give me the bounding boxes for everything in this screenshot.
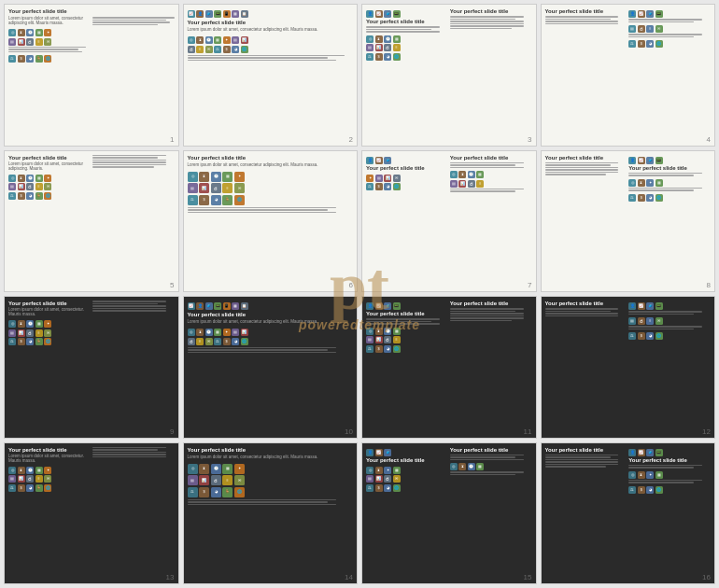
icon: 🧳 — [384, 157, 391, 164]
icon: 📈 — [638, 157, 645, 164]
icon: 👤 — [196, 302, 204, 310]
icon: ⚖ — [188, 487, 198, 497]
icon: 🧳 — [646, 10, 654, 18]
icon: ▤ — [8, 38, 16, 46]
slide-8-num: 8 — [707, 281, 711, 289]
icon: 📟 — [656, 449, 663, 456]
slide-1[interactable]: Your perfect slide title Lorem ipsum dol… — [4, 4, 179, 147]
icon: ◎ — [8, 467, 16, 474]
icon: 📱 — [223, 302, 231, 310]
icon: ◕ — [26, 55, 34, 63]
icon: 🌐 — [393, 53, 401, 61]
icon: 📊 — [375, 475, 383, 483]
icon: ≡ — [196, 338, 204, 345]
icon: ◎ — [188, 329, 195, 336]
icon: ✉ — [393, 475, 401, 483]
icon: ✉ — [44, 475, 51, 483]
icon: $ — [18, 192, 25, 200]
icon: ▦ — [35, 29, 43, 36]
icon: 🌐 — [44, 192, 51, 200]
slide-10[interactable]: 📈 👤 🧳 📟 📱 ▦ 📋 Your perfect slide title L… — [183, 296, 359, 439]
icon: ▦ — [393, 35, 401, 43]
slide-11[interactable]: 👤 📈 🧳 📟 Your perfect slide title — [361, 296, 537, 439]
slide-8-title: Your perfect slide title — [545, 155, 627, 161]
icon: 📈 — [638, 10, 645, 18]
icon: ◕ — [26, 192, 34, 200]
icon: $ — [223, 338, 231, 345]
icon: ≡ — [646, 25, 654, 33]
icon: ▦ — [656, 471, 663, 479]
icon: ✦ — [646, 179, 654, 187]
icon: ▦ — [232, 302, 239, 310]
slide-9-num: 9 — [170, 427, 174, 436]
slide-16[interactable]: Your perfect slide title 👤 📈 — [541, 442, 716, 585]
icon: 🕐 — [205, 36, 213, 44]
icon: 👤 — [628, 449, 636, 456]
icon: ✦ — [646, 471, 654, 479]
icon: 🌐 — [656, 40, 663, 48]
icon: 🖨 — [26, 475, 34, 483]
icon: 🧳 — [384, 302, 391, 310]
slide-10-num: 10 — [345, 427, 353, 436]
slide-15-title: Your perfect slide title — [366, 457, 448, 464]
slide-6[interactable]: Your perfect slide title Lorem ipsum dol… — [183, 150, 359, 293]
slide-14[interactable]: Your perfect slide title Lorem ipsum dol… — [183, 442, 359, 585]
icon: ✦ — [44, 175, 51, 182]
icon: ≡ — [196, 46, 204, 53]
icon: ⧗ — [196, 329, 204, 336]
icon: ⧗ — [18, 467, 25, 474]
icon: ✉ — [44, 183, 51, 190]
slide-9[interactable]: Your perfect slide title Lorem ipsum dol… — [4, 296, 179, 439]
icon: 📟 — [656, 10, 663, 18]
slide-5[interactable]: Your perfect slide title Lorem ipsum dol… — [4, 150, 179, 293]
icon: ▤ — [375, 175, 383, 182]
icon: $ — [375, 183, 383, 190]
slide-11-num: 11 — [524, 427, 532, 436]
icon: $ — [18, 55, 25, 63]
icon: ▤ — [232, 36, 239, 44]
icon: ≡ — [476, 180, 484, 188]
slide-15[interactable]: 👤 📈 🧳 Your perfect slide title ◎ ⧗ ✦ ▦ — [361, 442, 537, 585]
icon: 👤 — [628, 302, 636, 310]
slide-2[interactable]: 📈 👤 🧳 📟 📱 ▦ 📋 Your perfect slide title L… — [183, 4, 359, 147]
icon: ⧗ — [375, 467, 383, 474]
icon: ▦ — [393, 467, 401, 474]
icon: 🕐 — [26, 320, 34, 328]
slide-12[interactable]: Your perfect slide title 👤 📈 🧳 — [541, 296, 716, 439]
icon: 🕐 — [211, 172, 221, 182]
icon: 🕐 — [205, 329, 213, 336]
icon: ▦ — [393, 328, 401, 335]
icon: ≡ — [646, 317, 654, 325]
slide-7[interactable]: 👤 📈 🧳 Your perfect slide title ✦ ▤ 📊 ✉ — [361, 150, 537, 293]
icon: 🖨 — [211, 183, 221, 193]
icon: 📊 — [18, 329, 25, 337]
icon: 🌐 — [44, 484, 51, 492]
icon: 🌐 — [44, 338, 51, 345]
icon: ⚖ — [628, 40, 636, 48]
slide-16-num: 16 — [702, 573, 711, 581]
icon: 🌐 — [234, 195, 245, 205]
icon: $ — [18, 338, 25, 345]
slide-3[interactable]: 👤 📈 🧳 📟 Your perfect slide title — [361, 4, 537, 147]
icon: ▤ — [188, 183, 198, 193]
icon: ≡ — [35, 475, 43, 483]
slide-13[interactable]: Your perfect slide title Lorem ipsum dol… — [4, 442, 179, 585]
icon: 🧳 — [205, 302, 213, 310]
icon: ▦ — [656, 179, 663, 187]
icon: 📊 — [375, 44, 383, 51]
slide-8[interactable]: Your perfect slide title 👤 📈 — [541, 150, 716, 293]
icon: ✦ — [223, 36, 231, 44]
icon: 📟 — [214, 10, 221, 18]
icon: ◎ — [366, 467, 374, 474]
icon: 🧳 — [646, 157, 654, 164]
slide-4[interactable]: Your perfect slide title 👤 📈 🧳 — [541, 4, 716, 147]
icon: ⚖ — [8, 484, 16, 492]
icon: 👤 — [366, 157, 374, 164]
icon: $ — [375, 484, 383, 492]
slide-10-title: Your perfect slide title — [188, 312, 354, 318]
slide-7-num: 7 — [528, 281, 531, 289]
icon: ✉ — [656, 317, 663, 325]
slide-2-num: 2 — [349, 135, 353, 144]
slide-14-num: 14 — [345, 573, 353, 581]
icon: ◎ — [8, 29, 16, 36]
